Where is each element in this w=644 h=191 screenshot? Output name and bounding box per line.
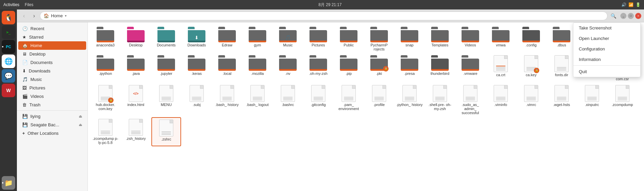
dock-item-chrome[interactable]: 🌐 — [2, 55, 15, 68]
file-item-cacrt[interactable]: ca.crt — [486, 54, 516, 83]
context-menu-item-launcher[interactable]: Open Launcher — [573, 33, 640, 44]
dock-item-ubuntu[interactable]: 🐧 — [2, 11, 15, 24]
sidebar-item-music[interactable]: 🎵 Music — [18, 75, 86, 84]
file-item-zshhistory[interactable]: .zsh_history — [121, 117, 151, 146]
file-item-thunderbird[interactable]: thunderbird — [425, 54, 455, 83]
file-item-documents[interactable]: Documents — [151, 25, 181, 53]
dock-item-pycharm[interactable]: PC — [2, 40, 15, 54]
file-item-bashhistory[interactable]: .bash_ history — [212, 83, 242, 116]
sidebar-item-other[interactable]: + Other Locations — [18, 129, 86, 137]
dock-item-terminal[interactable]: >_ — [2, 25, 15, 39]
file-item-vmwa[interactable]: vmwa — [486, 25, 516, 53]
minimize-button[interactable]: _ — [620, 13, 626, 19]
file-item-desktop[interactable]: Desktop — [121, 25, 151, 53]
recent-icon: 🕐 — [22, 26, 28, 31]
sidebar-item-recent[interactable]: 🕐 Recent — [18, 24, 86, 33]
back-button[interactable]: ‹ — [20, 12, 28, 20]
file-item-shellpre[interactable]: .shell.pre- oh-my-zsh — [425, 83, 455, 116]
file-item-vmware[interactable]: .vmware — [455, 54, 485, 83]
file-item-zcompdump[interactable]: .zcompdump — [608, 83, 637, 116]
volume-icon[interactable]: 🔊 — [621, 2, 626, 7]
folder-icon-downloads: ⬇ — [188, 27, 205, 42]
file-item-wgethsts[interactable]: .wget-hsts — [547, 83, 576, 116]
file-item-public[interactable]: Public — [334, 25, 364, 53]
file-name: anaconda3 — [96, 43, 115, 47]
file-item-pythonhistory[interactable]: .python_ history — [395, 83, 424, 116]
sidebar-item-home[interactable]: 🏠 Home — [18, 41, 86, 50]
sidebar-item-pictures[interactable]: 🖼 Pictures — [18, 84, 86, 92]
address-bar[interactable]: 🏠 Home ▾ — [40, 12, 608, 20]
file-item-ipython[interactable]: .ipython — [91, 54, 120, 83]
dock-indicator — [2, 46, 3, 47]
sidebar-item-trash[interactable]: 🗑 Trash — [18, 101, 86, 109]
file-item-bashrc[interactable]: .bashrc — [273, 83, 303, 116]
dock-item-files[interactable]: 📁 — [2, 176, 15, 190]
dock-item-messaging[interactable]: 💬 — [2, 69, 15, 83]
liying-eject-icon[interactable]: ⏏ — [79, 114, 82, 119]
file-item-presa[interactable]: .presa — [395, 54, 424, 83]
file-item-sudoadmin[interactable]: .sudo_as_ admin_ successful — [455, 83, 485, 116]
file-item-java[interactable]: .java — [121, 54, 151, 83]
file-name: .bashrc — [282, 103, 294, 107]
sidebar-item-liying[interactable]: 💾 liying ⏏ — [18, 112, 86, 121]
file-item-config[interactable]: .config — [516, 25, 546, 53]
file-item-zcompdumppc[interactable]: .zcompdump p-ly-pc-5.8 — [91, 117, 120, 146]
file-item-local[interactable]: .local — [212, 54, 242, 83]
sidebar-item-downloads[interactable]: ⬇ Downloads — [18, 67, 86, 75]
close-button[interactable]: × — [635, 13, 641, 19]
forward-button[interactable]: › — [30, 12, 39, 20]
file-item-nv[interactable]: .nv — [273, 54, 303, 83]
file-item-profile[interactable]: .profile — [364, 83, 394, 116]
context-menu-item-configuration[interactable]: Configuration — [573, 44, 640, 54]
app-name[interactable]: Files — [25, 2, 33, 7]
context-menu-item-screenshot[interactable]: Take Screenshot — [573, 23, 640, 33]
folder-icon-thunderbird — [431, 55, 449, 71]
file-item-snap[interactable]: snap — [395, 25, 424, 53]
file-name: .bash_ history — [216, 103, 239, 107]
file-item-pip[interactable]: .pip — [334, 54, 364, 83]
dock-item-wps[interactable]: W — [2, 84, 15, 97]
file-item-indexhtml[interactable]: </> index.html — [121, 83, 151, 116]
file-item-pycharmprojects[interactable]: PycharmP rojects — [364, 25, 394, 53]
file-item-vimrc[interactable]: .vimrc — [516, 83, 546, 116]
sidebar-item-seagate[interactable]: 💾 Seagate Bac... ⏏ — [18, 121, 86, 129]
file-item-downloads[interactable]: ⬇ Downloads — [182, 25, 212, 53]
file-item-hubdockerkey[interactable]: 🔒 hub.docker. com.key — [91, 83, 120, 116]
maximize-button[interactable]: □ — [628, 13, 634, 19]
sidebar-item-documents[interactable]: 📄 Documents — [18, 58, 86, 67]
file-item-mozilla[interactable]: .mozilla — [243, 54, 272, 83]
file-item-templates[interactable]: Templates — [425, 25, 455, 53]
file-item-viminfo[interactable]: .viminfo — [486, 83, 516, 116]
file-item-xinputrc[interactable]: .xinputrc — [577, 83, 607, 116]
file-item-zshrc[interactable]: .zshrc — [151, 117, 181, 146]
seagate-eject-icon[interactable]: ⏏ — [79, 123, 82, 127]
file-item-dbus[interactable]: .dbus — [547, 25, 576, 53]
file-item-pki[interactable]: 🔒 .pki — [364, 54, 394, 83]
file-item-bashlogout[interactable]: .bash_ logout — [243, 83, 272, 116]
file-item-gitconfig[interactable]: .gitconfig — [303, 83, 333, 116]
file-item-pamenv[interactable]: .pam_ environment — [334, 83, 364, 116]
sidebar-item-starred[interactable]: ★ Starred — [18, 33, 86, 41]
context-menu-item-information[interactable]: Information — [573, 54, 640, 65]
sidebar-item-videos[interactable]: 🎬 Videos — [18, 92, 86, 101]
file-item-menu[interactable]: MENU — [151, 83, 181, 116]
sidebar-item-desktop[interactable]: 🖥 Desktop — [18, 50, 86, 58]
file-item-ohmyzsh[interactable]: .oh-my-zsh — [303, 54, 333, 83]
file-item-anaconda3[interactable]: anaconda3 — [91, 25, 120, 53]
file-item-cakey[interactable]: 🔒 ca.key — [516, 54, 546, 83]
file-item-jupyter[interactable]: .jupyter — [151, 54, 181, 83]
file-item-music[interactable]: 🎵 Music — [273, 25, 303, 53]
context-menu-item-quit[interactable]: Quit — [573, 66, 640, 77]
file-item-subj[interactable]: .subj — [182, 83, 212, 116]
folder-icon-music: 🎵 — [279, 27, 297, 42]
file-item-pictures[interactable]: Pictures — [303, 25, 333, 53]
file-item-edraw[interactable]: Edraw — [212, 25, 242, 53]
activities-btn[interactable]: Activities — [3, 2, 19, 7]
wifi-icon[interactable]: 📶 — [628, 2, 634, 7]
doc-icon-wgethsts — [554, 85, 569, 102]
file-item-gym[interactable]: gym — [243, 25, 272, 53]
search-button[interactable]: 🔍 — [609, 12, 618, 20]
file-item-fontsdir[interactable]: fonts.dir — [547, 54, 576, 83]
file-item-videos[interactable]: Videos — [455, 25, 485, 53]
file-item-keras[interactable]: .keras — [182, 54, 212, 83]
